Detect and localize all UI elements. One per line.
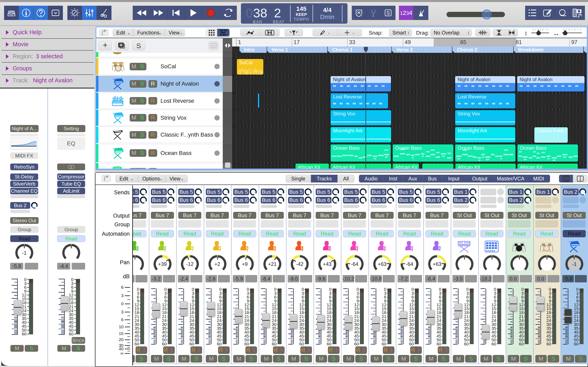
svg-text:S: S [387, 10, 390, 16]
